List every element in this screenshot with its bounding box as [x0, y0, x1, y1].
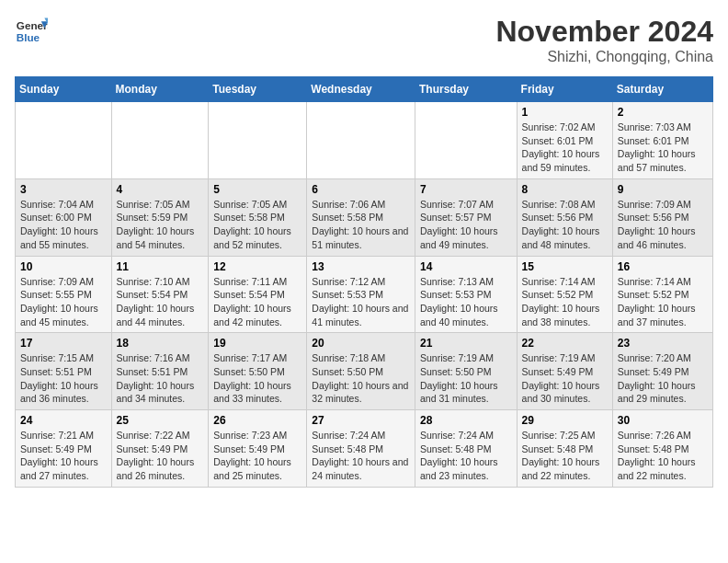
calendar-table: SundayMondayTuesdayWednesdayThursdayFrid… — [15, 76, 713, 488]
calendar-cell: 9Sunrise: 7:09 AMSunset: 5:56 PMDaylight… — [612, 178, 712, 256]
logo-icon: General Blue — [15, 15, 48, 48]
day-info: Sunrise: 7:14 AMSunset: 5:52 PMDaylight:… — [618, 275, 708, 329]
day-number: 24 — [20, 414, 107, 427]
location-title: Shizhi, Chongqing, China — [495, 49, 713, 65]
calendar-cell: 20Sunrise: 7:18 AMSunset: 5:50 PMDayligh… — [307, 333, 415, 410]
calendar-cell: 2Sunrise: 7:03 AMSunset: 6:01 PMDaylight… — [612, 102, 712, 179]
day-info: Sunrise: 7:15 AMSunset: 5:51 PMDaylight:… — [20, 351, 107, 406]
day-number: 20 — [312, 337, 410, 350]
weekday-header-saturday: Saturday — [612, 77, 712, 102]
day-number: 18 — [117, 337, 204, 350]
day-number: 19 — [213, 337, 301, 350]
day-info: Sunrise: 7:18 AMSunset: 5:50 PMDaylight:… — [312, 351, 410, 406]
calendar-cell: 11Sunrise: 7:10 AMSunset: 5:54 PMDayligh… — [111, 256, 209, 333]
month-title: November 2024 — [495, 15, 713, 49]
day-number: 21 — [420, 337, 512, 350]
day-number: 10 — [20, 260, 107, 273]
weekday-header-friday: Friday — [517, 77, 612, 102]
day-info: Sunrise: 7:04 AMSunset: 6:00 PMDaylight:… — [20, 198, 107, 252]
week-row-2: 3Sunrise: 7:04 AMSunset: 6:00 PMDaylight… — [16, 178, 713, 256]
day-info: Sunrise: 7:07 AMSunset: 5:57 PMDaylight:… — [420, 198, 512, 252]
day-number: 27 — [312, 414, 410, 427]
header-row: SundayMondayTuesdayWednesdayThursdayFrid… — [16, 77, 713, 102]
day-info: Sunrise: 7:17 AMSunset: 5:50 PMDaylight:… — [213, 351, 301, 406]
weekday-header-thursday: Thursday — [415, 77, 517, 102]
day-number: 5 — [213, 183, 301, 196]
calendar-cell: 6Sunrise: 7:06 AMSunset: 5:58 PMDaylight… — [307, 178, 415, 256]
weekday-header-sunday: Sunday — [16, 77, 112, 102]
day-info: Sunrise: 7:12 AMSunset: 5:53 PMDaylight:… — [312, 275, 410, 329]
week-row-1: 1Sunrise: 7:02 AMSunset: 6:01 PMDaylight… — [16, 102, 713, 179]
calendar-cell: 22Sunrise: 7:19 AMSunset: 5:49 PMDayligh… — [517, 333, 612, 410]
calendar-cell: 21Sunrise: 7:19 AMSunset: 5:50 PMDayligh… — [415, 333, 517, 410]
day-info: Sunrise: 7:21 AMSunset: 5:49 PMDaylight:… — [20, 429, 107, 483]
day-number: 12 — [213, 260, 301, 273]
day-number: 11 — [117, 260, 204, 273]
day-number: 4 — [117, 183, 204, 196]
day-info: Sunrise: 7:05 AMSunset: 5:59 PMDaylight:… — [117, 198, 204, 252]
day-info: Sunrise: 7:23 AMSunset: 5:49 PMDaylight:… — [213, 429, 301, 483]
calendar-cell — [16, 102, 112, 179]
page-header: General Blue November 2024 Shizhi, Chong… — [15, 15, 713, 65]
day-info: Sunrise: 7:13 AMSunset: 5:53 PMDaylight:… — [420, 275, 512, 329]
calendar-cell: 3Sunrise: 7:04 AMSunset: 6:00 PMDaylight… — [16, 178, 112, 256]
day-info: Sunrise: 7:26 AMSunset: 5:48 PMDaylight:… — [618, 429, 708, 483]
day-info: Sunrise: 7:22 AMSunset: 5:49 PMDaylight:… — [117, 429, 204, 483]
day-info: Sunrise: 7:11 AMSunset: 5:54 PMDaylight:… — [213, 275, 301, 329]
day-number: 3 — [20, 183, 107, 196]
day-number: 7 — [420, 183, 512, 196]
calendar-cell — [209, 102, 307, 179]
calendar-cell: 18Sunrise: 7:16 AMSunset: 5:51 PMDayligh… — [111, 333, 209, 410]
calendar-cell: 15Sunrise: 7:14 AMSunset: 5:52 PMDayligh… — [517, 256, 612, 333]
day-info: Sunrise: 7:14 AMSunset: 5:52 PMDaylight:… — [522, 275, 608, 329]
calendar-cell — [111, 102, 209, 179]
calendar-cell: 26Sunrise: 7:23 AMSunset: 5:49 PMDayligh… — [209, 410, 307, 488]
week-row-4: 17Sunrise: 7:15 AMSunset: 5:51 PMDayligh… — [16, 333, 713, 410]
day-number: 25 — [117, 414, 204, 427]
calendar-cell — [415, 102, 517, 179]
calendar-cell: 24Sunrise: 7:21 AMSunset: 5:49 PMDayligh… — [16, 410, 112, 488]
weekday-header-wednesday: Wednesday — [307, 77, 415, 102]
calendar-cell — [307, 102, 415, 179]
calendar-cell: 8Sunrise: 7:08 AMSunset: 5:56 PMDaylight… — [517, 178, 612, 256]
day-info: Sunrise: 7:06 AMSunset: 5:58 PMDaylight:… — [312, 198, 410, 252]
day-info: Sunrise: 7:19 AMSunset: 5:49 PMDaylight:… — [522, 351, 608, 406]
calendar-cell: 30Sunrise: 7:26 AMSunset: 5:48 PMDayligh… — [612, 410, 712, 488]
day-info: Sunrise: 7:25 AMSunset: 5:48 PMDaylight:… — [522, 429, 608, 483]
weekday-header-monday: Monday — [111, 77, 209, 102]
day-info: Sunrise: 7:16 AMSunset: 5:51 PMDaylight:… — [117, 351, 204, 406]
day-number: 26 — [213, 414, 301, 427]
week-row-5: 24Sunrise: 7:21 AMSunset: 5:49 PMDayligh… — [16, 410, 713, 488]
calendar-cell: 1Sunrise: 7:02 AMSunset: 6:01 PMDaylight… — [517, 102, 612, 179]
day-info: Sunrise: 7:10 AMSunset: 5:54 PMDaylight:… — [117, 275, 204, 329]
day-number: 29 — [522, 414, 608, 427]
calendar-cell: 14Sunrise: 7:13 AMSunset: 5:53 PMDayligh… — [415, 256, 517, 333]
calendar-cell: 25Sunrise: 7:22 AMSunset: 5:49 PMDayligh… — [111, 410, 209, 488]
day-number: 22 — [522, 337, 608, 350]
day-number: 28 — [420, 414, 512, 427]
day-number: 13 — [312, 260, 410, 273]
day-number: 9 — [618, 183, 708, 196]
calendar-cell: 28Sunrise: 7:24 AMSunset: 5:48 PMDayligh… — [415, 410, 517, 488]
day-info: Sunrise: 7:24 AMSunset: 5:48 PMDaylight:… — [420, 429, 512, 483]
calendar-cell: 19Sunrise: 7:17 AMSunset: 5:50 PMDayligh… — [209, 333, 307, 410]
day-info: Sunrise: 7:20 AMSunset: 5:49 PMDaylight:… — [618, 351, 708, 406]
svg-text:Blue: Blue — [17, 31, 40, 43]
day-number: 23 — [618, 337, 708, 350]
day-number: 30 — [618, 414, 708, 427]
day-info: Sunrise: 7:08 AMSunset: 5:56 PMDaylight:… — [522, 198, 608, 252]
calendar-cell: 5Sunrise: 7:05 AMSunset: 5:58 PMDaylight… — [209, 178, 307, 256]
calendar-cell: 7Sunrise: 7:07 AMSunset: 5:57 PMDaylight… — [415, 178, 517, 256]
day-info: Sunrise: 7:24 AMSunset: 5:48 PMDaylight:… — [312, 429, 410, 483]
day-info: Sunrise: 7:02 AMSunset: 6:01 PMDaylight:… — [522, 121, 608, 175]
calendar-cell: 29Sunrise: 7:25 AMSunset: 5:48 PMDayligh… — [517, 410, 612, 488]
calendar-cell: 17Sunrise: 7:15 AMSunset: 5:51 PMDayligh… — [16, 333, 112, 410]
day-info: Sunrise: 7:05 AMSunset: 5:58 PMDaylight:… — [213, 198, 301, 252]
calendar-cell: 4Sunrise: 7:05 AMSunset: 5:59 PMDaylight… — [111, 178, 209, 256]
week-row-3: 10Sunrise: 7:09 AMSunset: 5:55 PMDayligh… — [16, 256, 713, 333]
day-number: 16 — [618, 260, 708, 273]
title-section: November 2024 Shizhi, Chongqing, China — [495, 15, 713, 65]
calendar-cell: 13Sunrise: 7:12 AMSunset: 5:53 PMDayligh… — [307, 256, 415, 333]
day-info: Sunrise: 7:19 AMSunset: 5:50 PMDaylight:… — [420, 351, 512, 406]
logo: General Blue — [15, 15, 48, 48]
